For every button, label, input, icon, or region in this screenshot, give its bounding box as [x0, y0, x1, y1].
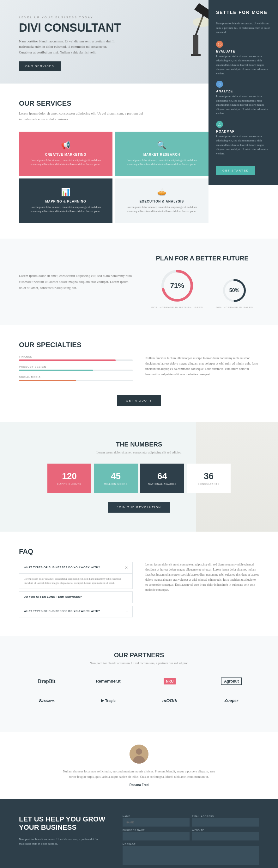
get-started-button[interactable]: GET STARTED [216, 166, 255, 175]
faq-q-text-2: WHAT TYPES OF BUSINESSES DO YOU WORK WIT… [24, 610, 126, 613]
sidebar-intro: Nam porttitor blandit accumsan. Ut vel d… [216, 22, 270, 34]
form-field-website: WEBSITE [192, 829, 259, 840]
spec-bars: FINANCE PRODUCT DESIGN SOCIAL MEDIA [19, 355, 133, 386]
analyze-text: Lorem ipsum dolor sit amet, consectetur … [216, 94, 270, 116]
form-field-business: BUSINESS NAME [123, 829, 189, 840]
business-label: BUSINESS NAME [123, 829, 189, 831]
faq-plus-icon-1: + [126, 595, 128, 600]
circle-50-value: 50% [229, 288, 239, 293]
bar-social: SOCIAL MEDIA [19, 376, 133, 381]
bar-product-track [19, 370, 133, 371]
stat-users-label: Million Users [99, 483, 133, 486]
plan-title: PLAN FOR A BETTER FUTURE [145, 254, 259, 262]
service-name-execution: EXECUTION & ANALYSIS [140, 200, 184, 203]
partner-agronut: Agronut [204, 674, 259, 688]
faq-item-0: WHAT TYPES OF BUSINESSES DO YOU WORK WIT… [19, 562, 133, 589]
analyze-label: ANALYZE [216, 90, 270, 93]
faq-close-icon: ✕ [125, 565, 128, 570]
sidebar-roadmap: △ ROADMAP Lorem ipsum dolor sit amet, co… [216, 121, 270, 156]
bar-social-track [19, 380, 133, 381]
partner-nku: NKU [142, 674, 198, 688]
sidebar-title: SETTLE FOR MORE [216, 9, 270, 15]
faq-question-0[interactable]: WHAT TYPES OF BUSINESSES DO YOU WORK WIT… [19, 562, 132, 574]
faq-item-1: DO YOU OFFER LONG TERM SERVICES? + [19, 591, 133, 603]
stat-awards-label: National Awards [145, 483, 179, 486]
footer-headline: LET US HELP YOU GROW YOUR BUSINESS [19, 815, 110, 832]
service-name-creative: CREATIVE MARKETING [45, 153, 86, 156]
plan-right: PLAN FOR A BETTER FUTURE 71% FOR INCREAS… [145, 254, 259, 309]
service-name-mapping: MAPPING & PLANNING [45, 200, 86, 203]
faq-question-1[interactable]: DO YOU OFFER LONG TERM SERVICES? + [19, 592, 132, 603]
footer-section: LET US HELP YOU GROW YOUR BUSINESS Nam p… [0, 799, 278, 868]
faq-section: FAQ WHAT TYPES OF BUSINESSES DO YOU WORK… [0, 532, 278, 636]
circles-row: 71% FOR INCREASE IN RETURN USERS 50% 50%… [145, 268, 259, 309]
get-quote-button[interactable]: GET A QUOTE [117, 395, 161, 406]
website-label: WEBSITE [192, 829, 259, 831]
join-revolution-button[interactable]: JOIN THE REVOLUTION [108, 502, 170, 513]
circle-50-label: 50% INCREASE IN SALES [216, 306, 253, 309]
partners-section: OUR PARTNERS Nam porttitor blandit accum… [0, 636, 278, 732]
email-input[interactable] [192, 818, 259, 827]
message-input[interactable] [123, 846, 259, 865]
specialties-title: OUR SPECIALTIES [19, 341, 259, 349]
stat-users: 45 Million Users [94, 464, 138, 493]
search-icon: 🔍 [157, 141, 167, 150]
testimonial-avatar [130, 745, 148, 764]
faq-q-text-0: WHAT TYPES OF BUSINESSES DO YOU WORK WIT… [24, 566, 125, 569]
bar-finance: FINANCE [19, 355, 133, 361]
footer-left: LET US HELP YOU GROW YOUR BUSINESS Nam p… [19, 815, 110, 868]
bar-product: PRODUCT DESIGN [19, 366, 133, 371]
partners-subtitle: Nam porttitor blandit accumsan. Ut vel d… [19, 661, 259, 665]
service-card-creative: 📢 CREATIVE MARKETING Lorem ipsum dolor s… [19, 132, 112, 176]
circle-ring-71: 71% [160, 268, 195, 303]
faq-item-2: WHAT TYPES OF BUSINESSES DO YOU WORK WIT… [19, 606, 133, 617]
message-label: MESSAGE [123, 843, 259, 845]
partner-mooth: mOOth [142, 694, 198, 707]
stat-clients-value: 120 [53, 471, 86, 481]
pie-chart-icon: 🥧 [157, 188, 167, 196]
evaluate-icon: ◯ [216, 41, 223, 48]
faq-layout: WHAT TYPES OF BUSINESSES DO YOU WORK WIT… [19, 562, 259, 620]
faq-plus-icon-2: + [126, 609, 128, 614]
sidebar: SETTLE FOR MORE Nam porttitor blandit ac… [209, 0, 278, 185]
service-desc-research: Lorem ipsum dolor sit amet, consectetur … [121, 158, 202, 166]
specialties-layout: FINANCE PRODUCT DESIGN SOCIAL MEDIA [19, 355, 259, 406]
faq-questions: WHAT TYPES OF BUSINESSES DO YOU WORK WIT… [19, 562, 133, 620]
partner-zakarta: 𝐙ZaKarta [19, 694, 74, 707]
partner-rememberit: Remember.it [80, 674, 136, 688]
evaluate-label: EVALUATE [216, 50, 270, 53]
faq-question-2[interactable]: WHAT TYPES OF BUSINESSES DO YOU WORK WIT… [19, 606, 132, 617]
stat-users-value: 45 [99, 471, 133, 481]
service-desc-execution: Lorem ipsum dolor sit amet, consectetur … [121, 205, 202, 213]
partner-tragic: ▶ Tragic [80, 694, 136, 707]
faq-q-text-1: DO YOU OFFER LONG TERM SERVICES? [24, 595, 126, 599]
partners-grid: DropBit Remember.it NKU Agronut 𝐙ZaKarta… [19, 674, 259, 707]
name-input[interactable] [123, 818, 189, 827]
bar-product-fill [19, 370, 93, 371]
megaphone-icon: 📢 [61, 141, 70, 150]
form-row-business-website: BUSINESS NAME WEBSITE [123, 829, 259, 840]
stat-awards-value: 64 [145, 471, 179, 481]
stat-consultants: 36 Consultants [187, 464, 231, 493]
bar-finance-track [19, 360, 133, 361]
footer-form: NAME EMAIL ADDRESS BUSINESS NAME WEBSITE… [123, 815, 259, 868]
service-card-mapping: 📊 MAPPING & PLANNING Lorem ipsum dolor s… [19, 179, 112, 223]
service-name-research: MARKET RESEARCH [143, 153, 180, 156]
plan-text: Lorem ipsum dolor sit amet, consectetur … [19, 273, 133, 290]
form-row-name-email: NAME EMAIL ADDRESS [123, 815, 259, 827]
website-input[interactable] [192, 832, 259, 840]
testimonial-name: Rosana Fred [130, 783, 149, 787]
form-field-message: MESSAGE [123, 843, 259, 868]
service-desc-mapping: Lorem ipsum dolor sit amet, consectetur … [25, 205, 106, 213]
spec-text: Nullam faucibus luctum ullamcorper susci… [145, 355, 259, 386]
our-services-button[interactable]: OUR SERVICES [19, 61, 61, 71]
services-subtitle: Lorem ipsum dolor sit amet, consectetur … [19, 111, 145, 122]
name-label: NAME [123, 815, 189, 817]
faq-answer-text: Lorem ipsum dolor sit amet, consectetur … [145, 562, 259, 620]
numbers-subtitle: Lorem ipsum dolor sit amet, consectetur … [19, 451, 259, 454]
partner-zooper: Zooper [204, 694, 259, 707]
business-input[interactable] [123, 832, 189, 840]
stat-awards: 64 National Awards [140, 464, 184, 493]
bar-social-label: SOCIAL MEDIA [19, 376, 133, 378]
analyze-icon: □ [216, 81, 223, 88]
